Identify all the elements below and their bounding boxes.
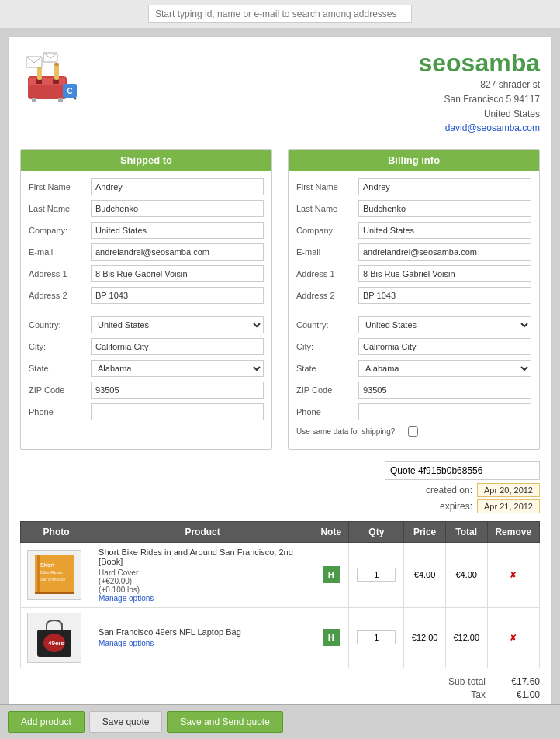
billing-address2-row: Address 2 <box>296 287 531 304</box>
billing-first-name-input[interactable] <box>358 178 531 195</box>
address-sections: Shipped to First Name Last Name Company:… <box>20 149 540 450</box>
billing-address2-input[interactable] <box>358 287 531 304</box>
shipped-first-name-row: First Name <box>29 178 264 195</box>
svg-text:San Francisco: San Francisco <box>40 577 65 582</box>
billing-city-input[interactable] <box>358 338 531 355</box>
shipped-state-select[interactable]: Alabama <box>91 360 264 377</box>
shipped-city-label: City: <box>29 342 91 351</box>
billing-use-same-checkbox[interactable] <box>408 426 418 437</box>
save-send-quote-button[interactable]: Save and Send quote <box>167 711 282 733</box>
shipped-address1-label: Address 1 <box>29 269 91 278</box>
bottom-toolbar: Add product Save quote Save and Send quo… <box>0 704 560 739</box>
shipped-to-header: Shipped to <box>21 150 271 171</box>
billing-country-label: Country: <box>296 320 358 330</box>
billing-email-input[interactable] <box>358 243 531 261</box>
product-photo-cell: Short Bike Rides San Francisco <box>21 542 92 607</box>
shipped-address2-input[interactable] <box>91 287 264 304</box>
shipped-first-name-input[interactable] <box>91 178 264 195</box>
company-name: seosamba <box>418 49 540 78</box>
billing-phone-row: Phone <box>296 403 531 420</box>
tax-label: Tax <box>423 689 486 700</box>
add-product-button[interactable]: Add product <box>8 711 85 733</box>
col-remove: Remove <box>487 521 539 542</box>
note-icon-2[interactable]: H <box>323 629 340 646</box>
logo-area: C <box>20 49 82 111</box>
product-detail-1c: (+0.100 lbs) <box>99 585 306 594</box>
product-photo-2: 49ers <box>27 613 81 663</box>
shipped-zip-row: ZIP Code <box>29 382 264 399</box>
billing-company-label: Company: <box>296 226 358 235</box>
shipped-city-row: City: <box>29 338 264 355</box>
c-badge: C <box>63 84 77 98</box>
product-photo-1: Short Bike Rides San Francisco <box>27 550 81 600</box>
billing-country-select[interactable]: United States <box>358 316 531 333</box>
shipped-company-input[interactable] <box>91 222 264 239</box>
table-header-row: Photo Product Note Qty Price Total Remov… <box>21 521 540 542</box>
qty-input-2[interactable] <box>357 630 396 644</box>
col-price: Price <box>404 521 446 542</box>
svg-rect-7 <box>54 63 59 66</box>
note-cell-1: H <box>313 542 349 607</box>
save-quote-button[interactable]: Save quote <box>89 711 163 733</box>
products-table: Photo Product Note Qty Price Total Remov… <box>20 521 540 668</box>
price-cell-1: €4.00 <box>404 542 446 607</box>
company-email: david@seosamba.com <box>418 123 540 133</box>
manage-options-1[interactable]: Manage options <box>99 594 306 603</box>
svg-text:Short: Short <box>40 562 55 568</box>
table-row: 49ers San Francisco 49ers NFL Laptop Bag… <box>21 607 540 668</box>
billing-state-select[interactable]: Alabama <box>358 360 531 377</box>
company-info: seosamba 827 shrader st San Francisco 5 … <box>418 49 540 133</box>
note-cell-2: H <box>313 607 349 668</box>
billing-state-label: State <box>296 364 358 373</box>
tax-row: Tax €1.00 <box>423 689 540 700</box>
shipped-state-label: State <box>29 364 91 373</box>
billing-info-header: Billing info <box>289 150 539 171</box>
search-input[interactable] <box>148 5 412 23</box>
shipped-last-name-row: Last Name <box>29 200 264 217</box>
quote-expires-row: expires: Apr 21, 2012 <box>440 499 540 513</box>
main-content: C seosamba 827 shrader st San Francisco … <box>8 36 552 739</box>
shipped-last-name-input[interactable] <box>91 200 264 217</box>
col-total: Total <box>445 521 487 542</box>
shipped-city-input[interactable] <box>91 338 264 355</box>
shipped-address2-label: Address 2 <box>29 291 91 300</box>
shipped-to-body: First Name Last Name Company: E-mail Add… <box>21 171 271 433</box>
billing-address1-input[interactable] <box>358 265 531 282</box>
quote-id-input[interactable] <box>385 461 540 480</box>
billing-state-row: State Alabama <box>296 360 531 377</box>
col-photo: Photo <box>21 521 92 542</box>
shipped-zip-label: ZIP Code <box>29 385 91 395</box>
quote-created-row: created on: Apr 20, 2012 <box>426 483 540 497</box>
quote-expires-label: expires: <box>440 501 472 512</box>
shipped-phone-input[interactable] <box>91 403 264 420</box>
product-name-1: Short Bike Rides in and Around San Franc… <box>99 547 306 566</box>
billing-address1-label: Address 1 <box>296 269 358 278</box>
bag-icon: 49ers <box>31 614 78 661</box>
product-detail-1a: Hard Cover <box>99 568 306 577</box>
shipped-address1-input[interactable] <box>91 265 264 282</box>
remove-button-2[interactable]: ✘ <box>487 607 539 668</box>
shipped-country-label: Country: <box>29 320 91 330</box>
billing-address1-row: Address 1 <box>296 265 531 282</box>
qty-input-1[interactable] <box>357 568 396 582</box>
shipped-zip-input[interactable] <box>91 382 264 399</box>
shipped-country-select[interactable]: United States <box>91 316 264 333</box>
billing-last-name-input[interactable] <box>358 200 531 217</box>
address-line1: 827 shrader st <box>418 78 540 92</box>
billing-phone-input[interactable] <box>358 403 531 420</box>
billing-first-name-row: First Name <box>296 178 531 195</box>
billing-phone-label: Phone <box>296 407 358 416</box>
billing-company-input[interactable] <box>358 222 531 239</box>
shipped-company-row: Company: <box>29 222 264 239</box>
shipped-email-input[interactable] <box>91 243 264 261</box>
shipped-email-row: E-mail <box>29 243 264 261</box>
shipped-country-row: Country: United States <box>29 316 264 333</box>
billing-zip-input[interactable] <box>358 382 531 399</box>
manage-options-2[interactable]: Manage options <box>99 639 306 647</box>
billing-city-label: City: <box>296 342 358 351</box>
search-bar-container <box>0 0 560 29</box>
svg-rect-22 <box>35 592 74 594</box>
logo-icon <box>20 49 82 111</box>
note-icon-1[interactable]: H <box>323 566 340 583</box>
remove-button-1[interactable]: ✘ <box>487 542 539 607</box>
